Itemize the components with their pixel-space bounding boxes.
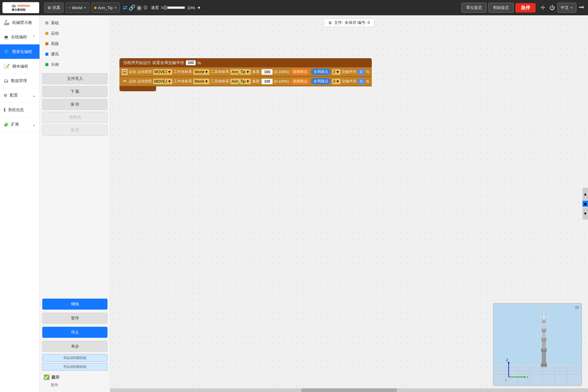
clear-button[interactable]: 清 空 bbox=[42, 125, 107, 136]
sidebar-group-extend: 🧩 扩展 ⌄ bbox=[0, 117, 40, 132]
extend-expand-icon: ⌄ bbox=[32, 122, 36, 127]
svg-rect-2 bbox=[493, 365, 582, 386]
continue-button[interactable]: 继续 bbox=[42, 299, 107, 310]
svg-text:X: X bbox=[526, 375, 529, 379]
all-points-1[interactable]: 全局路点 bbox=[311, 69, 331, 75]
topbar-icons-row: ⇄ 🔗 ▣ ⚙ bbox=[123, 4, 148, 11]
sidebar-item-config[interactable]: ⚙ 配置 ⌄ bbox=[0, 88, 40, 102]
canvas-scroll-up[interactable]: ▲ bbox=[582, 188, 588, 200]
info-icon: ℹ bbox=[4, 107, 6, 113]
speed-val-2: 100 bbox=[262, 79, 273, 84]
file-badge: 🗎 文件: 未保存 编号: 0 bbox=[324, 18, 374, 27]
file-icon: 🗎 bbox=[328, 21, 332, 25]
block-row-1: 运动 运动类型 MOVEJ ▼ 工作坐标系 World ▼ 工具坐标系 Arm_… bbox=[119, 67, 372, 77]
select-point-2[interactable]: 选择路点 bbox=[290, 78, 310, 85]
init-pose-button[interactable]: 初始姿态 bbox=[488, 3, 514, 13]
svg-rect-21 bbox=[543, 314, 545, 320]
tool-panel: 基础 运动 高级 通讯 示例 bbox=[40, 15, 110, 392]
svg-rect-15 bbox=[542, 340, 546, 349]
sidebar-item-data-management[interactable]: 🗂 数据管理 bbox=[0, 74, 40, 88]
category-advanced[interactable]: 高级 bbox=[42, 39, 107, 49]
motion-type-dropdown-1[interactable]: MOVEJ ▼ bbox=[153, 69, 172, 75]
crosshair-icon[interactable]: ✛ bbox=[540, 4, 546, 11]
canvas-area[interactable]: 🗎 文件: 未保存 编号: 0 当程序开始运行 设置全局交融半径 100 % 运… bbox=[110, 15, 588, 392]
category-motion[interactable]: 运动 bbox=[42, 28, 107, 39]
scrollbar-thumb[interactable] bbox=[301, 388, 397, 392]
hint-check-icon: ✅ bbox=[43, 374, 50, 380]
save-button[interactable]: 保 存 bbox=[42, 99, 107, 110]
sidebar-group-online-programming: 💻 在线编程 ⌃ bbox=[0, 30, 40, 44]
category-communication[interactable]: 通讯 bbox=[42, 49, 107, 59]
hint-sub: 暂停 bbox=[42, 383, 107, 390]
blocks-container: 当程序开始运行 设置全局交融半径 100 % 运动 运动类型 MOVEJ ▼ 工… bbox=[119, 58, 372, 91]
block-header: 当程序开始运行 设置全局交融半径 100 % bbox=[119, 58, 372, 67]
point-num-dropdown-2[interactable]: 3 ▼ bbox=[332, 79, 341, 84]
coord-dropdown-2[interactable]: World ▼ bbox=[193, 79, 209, 84]
logo-image: 🤖 realman睿尔曼智能 bbox=[2, 2, 39, 13]
speed-chevron[interactable]: ▼ bbox=[197, 6, 201, 10]
topbar: 🤖 realman睿尔曼智能 ⚙ 仿真 ✦ World ▼ ⬟ Arm_Tip … bbox=[0, 0, 588, 15]
joints-icon: ⚙ bbox=[143, 4, 148, 11]
sidebar-item-graphical-programming[interactable]: 🔷 图形化编程 bbox=[0, 44, 40, 59]
tool-arrow2: ▼ bbox=[246, 79, 250, 84]
coord-arrow2: ▼ bbox=[205, 79, 208, 84]
config-icon: ⚙ bbox=[4, 93, 7, 98]
block-footer bbox=[119, 86, 156, 91]
chain-icon: 🔗 bbox=[129, 4, 135, 11]
svg-point-22 bbox=[542, 312, 545, 315]
download-button[interactable]: 下 载 bbox=[42, 86, 107, 97]
step-button[interactable]: 单步 bbox=[42, 341, 107, 352]
canvas-scroll-mid[interactable]: ◆ bbox=[582, 201, 588, 207]
hint-bar: ✅ 提示 bbox=[42, 372, 107, 383]
speed-control: 速度 10% ▼ bbox=[151, 5, 201, 10]
pause-button[interactable]: 暂停 bbox=[42, 313, 107, 324]
select-point-1[interactable]: 选择路点 bbox=[290, 69, 310, 75]
sidebar-item-online-programming[interactable]: 💻 在线编程 ⌃ bbox=[0, 30, 40, 44]
import-button[interactable]: 文件导入 bbox=[42, 73, 107, 84]
logout-icon[interactable]: ⮕ bbox=[578, 4, 586, 11]
tool-dropdown-2[interactable]: Arm_Tip ▼ bbox=[230, 79, 251, 84]
canvas-nav: ▲ ◆ ▼ bbox=[582, 188, 588, 220]
speed-slider[interactable] bbox=[161, 5, 185, 10]
category-list: 基础 运动 高级 通讯 示例 bbox=[42, 18, 107, 70]
speed-val-1: 100 bbox=[262, 69, 273, 75]
config-expand-icon: ⌄ bbox=[32, 93, 36, 98]
sidebar-item-script-programming[interactable]: 📝 脚本编程 bbox=[0, 59, 40, 74]
tool-arm-tip-dropdown[interactable]: ⬟ Arm_Tip ▼ bbox=[91, 2, 120, 13]
svg-text:Z: Z bbox=[506, 358, 508, 362]
motion-type-dropdown-2[interactable]: MOVEJ ▼ bbox=[153, 79, 172, 84]
dropdown-arrow2: ▼ bbox=[168, 79, 171, 84]
graphical-icon: 🔷 bbox=[4, 49, 10, 55]
stop-button[interactable]: 停止 bbox=[42, 327, 107, 338]
chevron-down-icon2: ▼ bbox=[114, 6, 117, 9]
power-icon[interactable]: ⏻ bbox=[549, 5, 556, 11]
category-basic[interactable]: 基础 bbox=[42, 18, 107, 28]
save-as-button[interactable]: 另存为 bbox=[42, 112, 107, 123]
coord-dropdown-1[interactable]: World ▼ bbox=[193, 69, 209, 75]
sidebar-item-extend[interactable]: 🧩 扩展 ⌄ bbox=[0, 117, 40, 131]
cube-icon: ▣ bbox=[137, 4, 142, 11]
category-example[interactable]: 示例 bbox=[42, 59, 107, 70]
sidebar: 🦾 机械臂示教 💻 在线编程 ⌃ 🔷 图形化编程 📝 脚本编程 🗂 数据管理 bbox=[0, 15, 40, 392]
arm-icon: 🦾 bbox=[4, 20, 10, 25]
sidebar-item-mechanical-arm[interactable]: 🦾 机械臂示教 bbox=[0, 15, 40, 30]
motion-dot bbox=[45, 32, 48, 35]
logo-text: 🤖 realman睿尔曼智能 bbox=[12, 4, 30, 12]
svg-rect-13 bbox=[542, 351, 546, 364]
sidebar-item-system-info[interactable]: ℹ 系统信息 bbox=[0, 103, 40, 117]
advanced-dot bbox=[45, 42, 48, 45]
canvas-scrollbar[interactable] bbox=[110, 388, 588, 392]
all-points-2[interactable]: 全局路点 bbox=[311, 78, 331, 85]
example-dot bbox=[45, 63, 48, 66]
tool-dropdown-1[interactable]: Arm_Tip ▼ bbox=[230, 69, 251, 75]
coord-world-dropdown[interactable]: ✦ World ▼ bbox=[66, 2, 89, 13]
zero-pose-button[interactable]: 零位姿态 bbox=[462, 3, 487, 13]
estop-button[interactable]: 急停 bbox=[515, 3, 536, 13]
sim-mode-button[interactable]: ⚙ 仿真 bbox=[44, 2, 64, 13]
coord-arrow: ▼ bbox=[205, 70, 208, 74]
blend-val-1: 0 bbox=[358, 69, 365, 75]
point-num-dropdown-1[interactable]: 2 ▼ bbox=[332, 69, 341, 75]
data-icon: 🗂 bbox=[4, 78, 9, 84]
canvas-scroll-down[interactable]: ▼ bbox=[582, 207, 588, 220]
language-button[interactable]: 中文 ▼ bbox=[557, 3, 576, 13]
